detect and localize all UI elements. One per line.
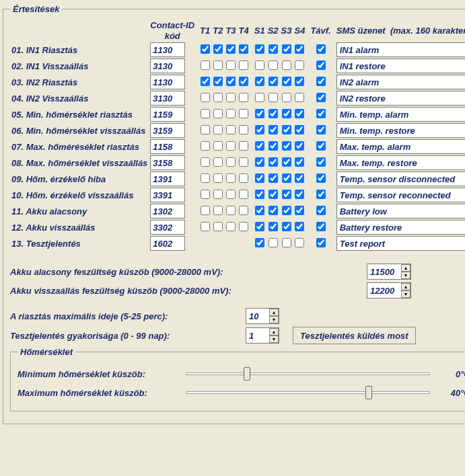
- test-freq-down[interactable]: ▼: [269, 335, 279, 343]
- s1-checkbox[interactable]: [255, 238, 264, 247]
- s4-checkbox[interactable]: [295, 109, 304, 118]
- t1-checkbox[interactable]: [201, 173, 210, 183]
- t3-checkbox[interactable]: [226, 109, 236, 118]
- code-input[interactable]: [150, 171, 185, 186]
- s2-checkbox[interactable]: [269, 141, 278, 151]
- sms-input[interactable]: [336, 236, 465, 251]
- sms-input[interactable]: [336, 155, 465, 170]
- s3-checkbox[interactable]: [282, 141, 291, 151]
- t2-checkbox[interactable]: [213, 77, 223, 86]
- s4-checkbox[interactable]: [295, 44, 304, 54]
- t1-checkbox[interactable]: [201, 93, 210, 102]
- s4-checkbox[interactable]: [295, 61, 304, 70]
- s4-checkbox[interactable]: [295, 222, 304, 231]
- tavf-checkbox[interactable]: [316, 173, 326, 183]
- s3-checkbox[interactable]: [282, 44, 291, 54]
- t4-checkbox[interactable]: [239, 141, 248, 151]
- t2-checkbox[interactable]: [213, 190, 223, 199]
- s1-checkbox[interactable]: [255, 157, 264, 167]
- batt-low-down[interactable]: ▼: [401, 272, 410, 279]
- tavf-checkbox[interactable]: [316, 141, 326, 151]
- tavf-checkbox[interactable]: [316, 93, 326, 102]
- s2-checkbox[interactable]: [269, 93, 278, 102]
- s1-checkbox[interactable]: [255, 61, 264, 70]
- s3-checkbox[interactable]: [282, 173, 291, 183]
- s2-checkbox[interactable]: [269, 190, 278, 199]
- alarm-max-down[interactable]: ▼: [269, 316, 279, 323]
- t3-checkbox[interactable]: [226, 61, 236, 70]
- code-input[interactable]: [150, 220, 185, 235]
- sms-input[interactable]: [336, 91, 465, 106]
- t3-checkbox[interactable]: [226, 157, 236, 167]
- t2-checkbox[interactable]: [213, 141, 223, 151]
- sms-input[interactable]: [336, 58, 465, 73]
- t3-checkbox[interactable]: [226, 125, 236, 134]
- tavf-checkbox[interactable]: [316, 61, 326, 70]
- t1-checkbox[interactable]: [201, 44, 210, 54]
- s4-checkbox[interactable]: [295, 238, 304, 247]
- s1-checkbox[interactable]: [255, 93, 264, 102]
- t3-checkbox[interactable]: [226, 44, 236, 54]
- code-input[interactable]: [150, 123, 185, 138]
- s3-checkbox[interactable]: [282, 222, 291, 231]
- t1-checkbox[interactable]: [201, 109, 210, 118]
- code-input[interactable]: [150, 107, 185, 122]
- s3-checkbox[interactable]: [282, 206, 291, 215]
- t4-checkbox[interactable]: [239, 222, 248, 231]
- t2-checkbox[interactable]: [213, 61, 223, 70]
- sms-input[interactable]: [336, 188, 465, 202]
- tavf-checkbox[interactable]: [316, 77, 326, 86]
- code-input[interactable]: [150, 204, 185, 219]
- s2-checkbox[interactable]: [269, 109, 278, 118]
- t3-checkbox[interactable]: [226, 222, 236, 231]
- t4-checkbox[interactable]: [239, 93, 248, 102]
- sms-input[interactable]: [336, 139, 465, 154]
- sms-input[interactable]: [336, 42, 465, 57]
- t4-checkbox[interactable]: [239, 190, 248, 199]
- s4-checkbox[interactable]: [295, 206, 304, 215]
- code-input[interactable]: [150, 139, 185, 154]
- s3-checkbox[interactable]: [282, 77, 291, 86]
- s3-checkbox[interactable]: [282, 238, 291, 247]
- temp-min-slider[interactable]: [186, 366, 430, 381]
- s2-checkbox[interactable]: [269, 173, 278, 183]
- t1-checkbox[interactable]: [201, 77, 210, 86]
- t4-checkbox[interactable]: [239, 206, 248, 215]
- s1-checkbox[interactable]: [255, 77, 264, 86]
- t2-checkbox[interactable]: [213, 157, 223, 167]
- s1-checkbox[interactable]: [255, 141, 264, 151]
- s3-checkbox[interactable]: [282, 61, 291, 70]
- t4-checkbox[interactable]: [239, 109, 248, 118]
- t2-checkbox[interactable]: [213, 222, 223, 231]
- t2-checkbox[interactable]: [213, 44, 223, 54]
- batt-rest-spin[interactable]: ▲ ▼: [367, 282, 411, 299]
- t4-checkbox[interactable]: [239, 44, 248, 54]
- t3-checkbox[interactable]: [226, 173, 236, 183]
- batt-rest-input[interactable]: [367, 283, 401, 298]
- tavf-checkbox[interactable]: [316, 222, 326, 231]
- t3-checkbox[interactable]: [226, 141, 236, 151]
- temp-max-slider[interactable]: [186, 385, 430, 400]
- tavf-checkbox[interactable]: [316, 125, 326, 134]
- t2-checkbox[interactable]: [213, 109, 223, 118]
- code-input[interactable]: [150, 42, 185, 57]
- s1-checkbox[interactable]: [255, 44, 264, 54]
- s1-checkbox[interactable]: [255, 206, 264, 215]
- sms-input[interactable]: [336, 220, 465, 235]
- alarm-max-spin[interactable]: ▲ ▼: [246, 308, 279, 324]
- s4-checkbox[interactable]: [295, 173, 304, 183]
- test-freq-spin[interactable]: ▲ ▼: [246, 327, 279, 344]
- alarm-max-up[interactable]: ▲: [269, 309, 279, 316]
- s3-checkbox[interactable]: [282, 93, 291, 102]
- tavf-checkbox[interactable]: [316, 238, 326, 247]
- s4-checkbox[interactable]: [295, 93, 304, 102]
- s1-checkbox[interactable]: [255, 125, 264, 134]
- code-input[interactable]: [150, 188, 185, 202]
- s4-checkbox[interactable]: [295, 141, 304, 151]
- tavf-checkbox[interactable]: [316, 190, 326, 199]
- s4-checkbox[interactable]: [295, 77, 304, 86]
- batt-rest-up[interactable]: ▲: [401, 283, 410, 290]
- tavf-checkbox[interactable]: [316, 206, 326, 215]
- sms-input[interactable]: [336, 123, 465, 138]
- s4-checkbox[interactable]: [295, 125, 304, 134]
